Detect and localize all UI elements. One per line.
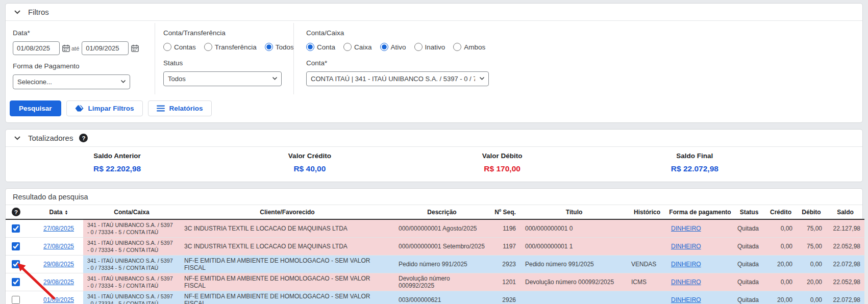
sort-icon[interactable]: ▲▼: [65, 210, 68, 215]
row-checkbox[interactable]: [12, 296, 20, 304]
row-status: Quitada: [733, 273, 765, 291]
row-date-link[interactable]: 29/08/2025: [43, 278, 74, 286]
row-payment-link[interactable]: DINHEIRO: [671, 225, 701, 232]
row-client: NF-E EMITIDA EM AMBIENTE DE HOMOLOGACAO …: [180, 256, 394, 273]
total-label: Saldo Anterior: [21, 152, 213, 160]
filters-title: Filtros: [28, 8, 49, 16]
row-seq: 1196: [489, 219, 521, 238]
chevron-down-icon: [14, 10, 21, 14]
row-title: 000/000000001 1: [521, 238, 627, 256]
status-select[interactable]: Todos: [163, 71, 282, 86]
row-checkbox[interactable]: [12, 278, 20, 286]
column-header-status: Status: [733, 205, 765, 219]
radio-option[interactable]: Conta: [306, 43, 335, 51]
radio-input[interactable]: [163, 43, 171, 51]
row-date-link[interactable]: 01/09/2025: [43, 296, 74, 303]
row-account: 341 - ITAÚ UNIBANCO S.A. / 5397 - 0 / 73…: [83, 291, 180, 304]
row-payment-link[interactable]: DINHEIRO: [671, 278, 701, 286]
conta-select[interactable]: CONTA ITAÚ | 341 - ITAÚ UNIBANCO S.A. / …: [306, 71, 489, 86]
row-history: [627, 219, 667, 238]
conta-label: Conta*: [306, 59, 551, 67]
radio-option[interactable]: Caixa: [343, 43, 372, 51]
radio-input[interactable]: [453, 43, 461, 51]
total-label: Saldo Final: [599, 152, 791, 160]
radio-option[interactable]: Ativo: [380, 43, 406, 51]
total-item: Valor Crédito R$ 40,00: [213, 152, 406, 173]
radio-label: Contas: [174, 43, 196, 51]
help-icon[interactable]: ?: [12, 208, 20, 216]
search-button[interactable]: Pesquisar: [10, 100, 61, 116]
row-balance: 22.072,98: [826, 256, 864, 273]
column-header-date[interactable]: Data▲▼: [34, 205, 83, 219]
filters-collapse-button[interactable]: [13, 9, 22, 15]
total-label: Valor Crédito: [213, 152, 406, 160]
radio-input[interactable]: [204, 43, 212, 51]
row-balance: 22.072,98: [826, 291, 864, 304]
column-header-title: Título: [521, 205, 627, 219]
radio-option[interactable]: Todos: [265, 43, 294, 51]
radio-option[interactable]: Transferência: [204, 43, 257, 51]
column-header-payment: Forma de pagamento: [667, 205, 733, 219]
radio-label: Ativo: [391, 43, 406, 51]
row-select-cell: [6, 291, 34, 304]
row-select-cell: [6, 256, 34, 273]
row-date-link[interactable]: 29/08/2025: [43, 261, 74, 268]
calendar-icon[interactable]: [131, 44, 139, 52]
radio-input[interactable]: [343, 43, 352, 51]
row-checkbox[interactable]: [12, 242, 20, 250]
row-account: 341 - ITAÚ UNIBANCO S.A. / 5397 - 0 / 73…: [83, 219, 180, 238]
row-history: [627, 291, 667, 304]
row-payment-link[interactable]: DINHEIRO: [671, 261, 701, 268]
radio-label: Inativo: [425, 43, 445, 51]
filters-panel: Filtros Data* até Forma de Pagamento Sel…: [5, 3, 863, 123]
row-checkbox[interactable]: [12, 224, 20, 233]
date-label: Data*: [13, 29, 146, 37]
row-seq: 1197: [489, 238, 521, 256]
radio-input[interactable]: [265, 43, 273, 51]
row-history: [627, 238, 667, 256]
table-row: 29/08/2025 341 - ITAÚ UNIBANCO S.A. / 53…: [6, 273, 864, 291]
date-to-input[interactable]: [82, 41, 129, 55]
payment-select[interactable]: Selecione...: [13, 74, 130, 89]
row-description: 003/000000621: [394, 291, 489, 304]
radio-label: Ambos: [464, 43, 485, 51]
row-payment-link[interactable]: DINHEIRO: [671, 243, 701, 250]
table-row: 27/08/2025 341 - ITAÚ UNIBANCO S.A. / 53…: [6, 219, 864, 238]
menu-icon: [157, 105, 165, 112]
date-from-input[interactable]: [13, 41, 60, 55]
radio-option[interactable]: Ambos: [453, 43, 485, 51]
row-account: 341 - ITAÚ UNIBANCO S.A. / 5397 - 0 / 73…: [83, 256, 180, 273]
results-panel: Resultado da pesquisa ? Data▲▼ Conta/Cai…: [5, 188, 863, 304]
radio-input[interactable]: [380, 43, 388, 51]
totals-collapse-button[interactable]: [13, 135, 22, 141]
table-row: 29/08/2025 341 - ITAÚ UNIBANCO S.A. / 53…: [6, 256, 864, 273]
row-credit: 0,00: [765, 238, 797, 256]
column-header-client: Cliente/Favorecido: [180, 205, 394, 219]
row-seq: 2923: [489, 256, 521, 273]
calendar-icon[interactable]: [62, 44, 70, 52]
row-description: Devolução número 000992/2025: [394, 273, 489, 291]
row-description: 000/000000001 Setembro/2025: [394, 238, 489, 256]
totals-body: Saldo Anterior R$ 22.202,98 Valor Crédit…: [6, 147, 862, 182]
row-balance: 22.052,98: [826, 273, 864, 291]
help-icon[interactable]: ?: [79, 134, 88, 142]
column-header-balance: Saldo: [826, 205, 864, 219]
row-debit: 75,00: [797, 238, 826, 256]
radio-input[interactable]: [414, 43, 423, 51]
row-date-link[interactable]: 27/08/2025: [43, 225, 74, 232]
row-debit: 75,00: [797, 219, 826, 238]
radio-option[interactable]: Inativo: [414, 43, 445, 51]
clear-filters-button[interactable]: Limpar Filtros: [66, 100, 143, 116]
row-checkbox[interactable]: [12, 260, 20, 268]
date-separator: até: [71, 45, 79, 52]
radio-option[interactable]: Contas: [163, 43, 196, 51]
row-debit: 20,00: [797, 273, 826, 291]
reports-button[interactable]: Relatórios: [148, 100, 212, 116]
filters-header: Filtros: [6, 4, 862, 21]
conta-transferencia-radios: Contas Transferência Todos: [163, 41, 285, 53]
conta-caixa-radios: Conta Caixa: [306, 43, 372, 51]
row-payment-link[interactable]: DINHEIRO: [671, 296, 701, 303]
status-label: Status: [163, 59, 285, 67]
row-date-link[interactable]: 27/08/2025: [43, 243, 74, 250]
radio-input[interactable]: [306, 43, 314, 51]
